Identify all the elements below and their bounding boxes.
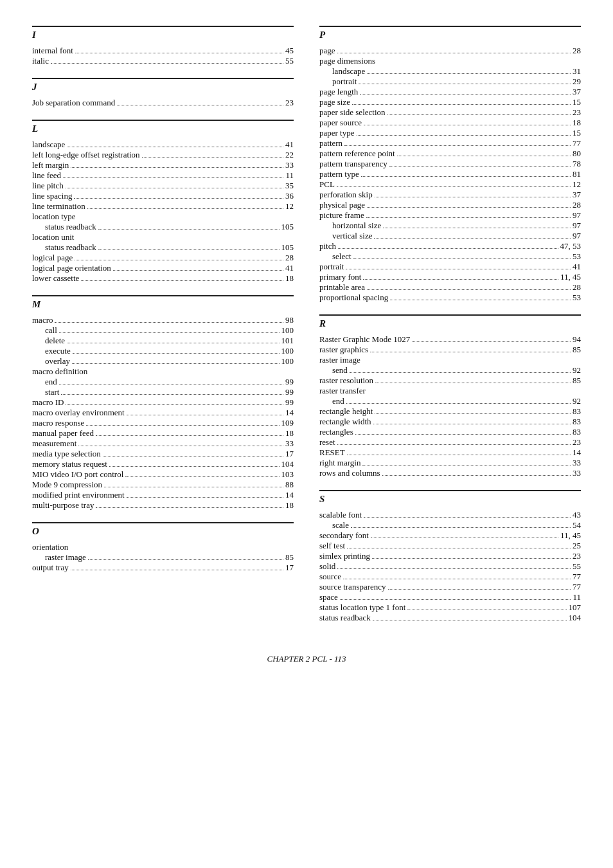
index-entry: pattern transparency78 [319, 159, 581, 169]
index-entry: end92 [319, 396, 581, 406]
entry-page: 97 [573, 221, 581, 231]
entry-label: landscape [32, 140, 65, 150]
entry-dots [75, 260, 283, 260]
entry-dots [72, 363, 280, 364]
entry-page: 54 [573, 520, 581, 530]
index-entry: select53 [319, 251, 581, 262]
entry-label: pattern transparency [319, 159, 387, 169]
entry-label: manual paper feed [32, 428, 94, 439]
section-letter: I [32, 26, 294, 41]
entry-page: 98 [285, 315, 294, 325]
entry-page: 14 [285, 490, 294, 500]
entry-dots [367, 289, 571, 290]
entry-dots [366, 217, 571, 218]
entry-dots [353, 258, 571, 259]
entry-label: logical page [32, 253, 73, 263]
entry-page: 28 [285, 253, 294, 263]
entry-label: raster transfer [319, 386, 366, 396]
entry-label: pitch [319, 241, 336, 251]
entry-label: portrait [319, 262, 344, 272]
index-entry: space11 [319, 592, 581, 602]
index-entry: rectangles83 [319, 427, 581, 437]
entry-label: rectangles [319, 427, 353, 437]
entry-label: Job separation command [32, 98, 115, 108]
entry-label: page dimensions [319, 56, 375, 66]
entry-label: line feed [32, 170, 61, 181]
index-entry: rectangle width83 [319, 417, 581, 427]
entry-label: start [45, 387, 59, 397]
entry-dots [71, 167, 283, 168]
index-section: Oorientationraster image85output tray17 [32, 522, 294, 573]
index-entry: status readback105 [32, 222, 294, 232]
index-entry: orientation [32, 542, 294, 552]
entry-dots [66, 404, 283, 405]
entry-page: 25 [573, 541, 581, 551]
entry-dots [397, 156, 571, 156]
index-entry: page length37 [319, 87, 581, 97]
index-entry: macro98 [32, 315, 294, 325]
entry-dots [364, 517, 571, 518]
index-entry: status location type 1 font107 [319, 602, 581, 613]
entry-label: printable area [319, 282, 365, 293]
entry-label: line pitch [32, 181, 64, 191]
entry-page: 85 [573, 345, 581, 355]
entry-label: rows and columns [319, 468, 380, 478]
left-column: Iinternal font45italic55JJob separation … [32, 26, 294, 635]
entry-dots [96, 435, 283, 436]
entry-dots [359, 84, 571, 84]
index-entry: pitch47, 53 [319, 241, 581, 251]
index-section: Ppage28page dimensionslandscape31portrai… [319, 26, 581, 303]
entry-dots [363, 279, 558, 280]
entry-dots [370, 352, 571, 352]
index-entry: pattern reference point80 [319, 149, 581, 159]
entry-dots [375, 197, 571, 197]
entry-page: 22 [285, 150, 294, 160]
entry-page: 17 [285, 449, 294, 459]
entry-page: 18 [573, 118, 581, 128]
entry-label: macro definition [32, 366, 87, 377]
entry-dots [109, 466, 280, 467]
index-entry: modified print environment14 [32, 490, 294, 500]
index-entry: paper type15 [319, 128, 581, 138]
index-entry: call100 [32, 325, 294, 336]
section-letter: O [32, 522, 294, 537]
entry-page: 41 [285, 263, 294, 273]
entry-label: location unit [32, 232, 74, 242]
entry-label: landscape [332, 66, 365, 77]
entry-page: 11 [285, 170, 294, 181]
entry-page: 28 [573, 200, 581, 210]
index-entry: scalable font43 [319, 510, 581, 520]
entry-label: left margin [32, 160, 69, 170]
entry-dots [344, 145, 571, 146]
entry-page: 12 [285, 201, 294, 212]
index-entry: page dimensions [319, 56, 581, 66]
entry-page: 103 [281, 469, 294, 480]
entry-dots [125, 476, 279, 477]
entry-dots [127, 415, 283, 415]
entry-dots [117, 105, 283, 105]
index-entry: logical page orientation41 [32, 263, 294, 273]
entry-page: 15 [573, 128, 581, 138]
index-entry: source transparency77 [319, 582, 581, 592]
entry-dots [412, 341, 571, 342]
entry-page: 77 [573, 582, 581, 592]
entry-dots [383, 228, 571, 228]
entry-dots [375, 413, 571, 414]
index-entry: status readback105 [32, 242, 294, 253]
entry-page: 55 [573, 561, 581, 572]
entry-dots [127, 497, 283, 498]
entry-dots [389, 166, 571, 167]
index-entry: location unit [32, 232, 294, 242]
entry-page: 53 [573, 251, 581, 262]
footer: CHAPTER 2 PCL - 113 [32, 654, 581, 664]
entry-dots [375, 383, 571, 383]
index-entry: PCL12 [319, 179, 581, 190]
index-entry: page size15 [319, 97, 581, 107]
entry-label: pattern [319, 138, 342, 149]
right-column: Ppage28page dimensionslandscape31portrai… [319, 26, 581, 635]
entry-page: 100 [281, 346, 294, 356]
entry-dots [88, 559, 283, 560]
entry-dots [374, 238, 571, 239]
entry-label: measurement [32, 439, 76, 449]
entry-page: 23 [573, 437, 581, 448]
